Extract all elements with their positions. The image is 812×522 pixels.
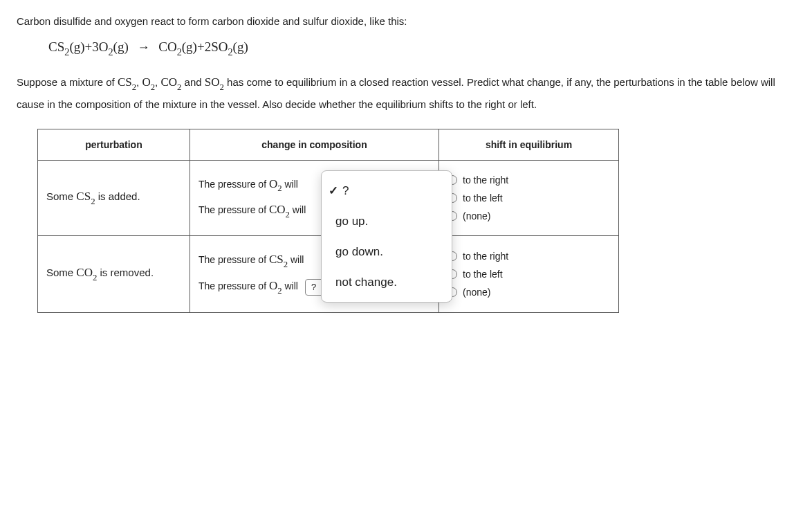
dropdown-option-notchange[interactable]: not change.: [322, 267, 452, 298]
radio-option-right[interactable]: to the right: [447, 251, 610, 262]
radio-option-none[interactable]: (none): [447, 210, 610, 222]
header-perturbation: perturbation: [38, 129, 190, 160]
context-text: Suppose a mixture of CS2, O2, CO2 and SO…: [17, 72, 795, 113]
radio-option-left[interactable]: to the left: [447, 269, 610, 280]
radio-option-right[interactable]: to the right: [447, 174, 610, 186]
select-value: ?: [311, 282, 316, 292]
shift-cell: to the right to the left (none): [439, 236, 619, 312]
header-shift: shift in equilibrium: [439, 129, 619, 160]
header-change: change in composition: [190, 129, 439, 160]
dropdown-option-goup[interactable]: go up.: [322, 206, 452, 237]
eq-product-2: +2SO2(g): [197, 39, 248, 54]
radio-option-none[interactable]: (none): [447, 287, 610, 298]
pressure-dropdown-menu[interactable]: ? go up. go down. not change.: [321, 170, 452, 303]
dropdown-option-godown[interactable]: go down.: [322, 237, 452, 267]
perturbation-cell: Some CO2 is removed.: [38, 236, 190, 312]
arrow-icon: →: [138, 40, 150, 55]
eq-product-1: CO2(g): [158, 39, 197, 54]
intro-text: Carbon disulfide and oxygen react to for…: [17, 14, 795, 30]
eq-reactant-2: +3O2(g): [85, 39, 129, 54]
eq-reactant-1: CS2(g): [48, 39, 85, 54]
shift-cell: to the right to the left (none): [439, 160, 619, 236]
radio-option-left[interactable]: to the left: [447, 192, 610, 204]
dropdown-option-placeholder[interactable]: ?: [322, 175, 452, 206]
chemical-equation: CS2(g)+3O2(g) → CO2(g)+2SO2(g): [48, 39, 795, 57]
perturbation-cell: Some CS2 is added.: [38, 160, 190, 236]
